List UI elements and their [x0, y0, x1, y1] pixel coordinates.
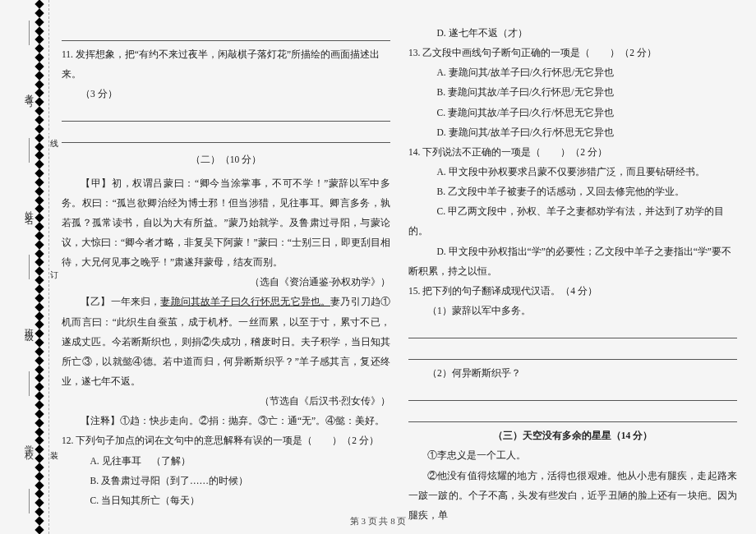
q12-text: 12. 下列句子加点的词在文句中的意思解释有误的一项是（ ）（2 分） — [62, 430, 390, 450]
binding-underline — [29, 255, 30, 279]
passage-jia: 【甲】初，权谓吕蒙曰：“卿今当涂掌事，不可不学！”蒙辞以军中多务。权曰：“孤岂欲… — [62, 173, 390, 273]
q15-text: 15. 把下列的句子翻译成现代汉语。（4 分） — [408, 281, 737, 301]
q13-option-d: D. 妻跪问其/故羊子曰/久行/怀思无它异也 — [408, 122, 737, 142]
q14-option-a: A. 甲文段中孙权要求吕蒙不仅要涉猎广泛，而且要钻研经书。 — [408, 162, 737, 182]
q13-option-b: B. 妻跪问其故/羊子曰/久行怀思/无它异也 — [408, 82, 737, 102]
passage-yi: 【乙】一年来归，妻跪问其故羊子曰久行怀思无它异也。妻乃引刀趋①机而言曰：“此织生… — [62, 292, 390, 391]
binding-label-xuexiao: 学校 — [23, 438, 35, 448]
q15-sub1: （1）蒙辞以军中多务。 — [408, 301, 737, 320]
q11-score: （3 分） — [62, 84, 390, 104]
fold-line — [48, 0, 49, 534]
q12-option-d: D. 遂七年不返（才） — [408, 23, 737, 43]
fold-marker-zhuang: 装 — [48, 444, 59, 445]
binding-label-xingming: 姓名 — [23, 204, 35, 214]
fold-marker-xian: 线 — [48, 131, 59, 133]
answer-line[interactable] — [62, 104, 390, 122]
passage-yi-source: （节选自《后汉书·烈女传》） — [62, 391, 390, 411]
passage-jia-source: （选自《资治通鉴·孙权劝学》） — [62, 272, 390, 292]
passage-yi-label: 【乙】 — [81, 297, 111, 306]
passage-jia-text: 初，权谓吕蒙曰：“卿今当涂掌事，不可不学！”蒙辞以军中多务。权曰：“孤岂欲卿治经… — [62, 178, 390, 268]
q14-text: 14. 下列说法不正确的一项是（ ）（2 分） — [408, 142, 737, 162]
q12-option-a: A. 见往事耳 （了解） — [62, 451, 390, 471]
section-3-title: （三）天空没有多余的星星（14 分） — [408, 426, 737, 445]
q13-option-a: A. 妻跪问其/故羊子曰/久行怀思/无它异也 — [408, 62, 737, 82]
diamond-border — [36, 0, 49, 534]
answer-line[interactable] — [408, 342, 737, 360]
right-column: D. 遂七年不返（才） 13. 乙文段中画线句子断句正确的一项是（ ）（2 分）… — [408, 23, 737, 525]
q14-option-b: B. 乙文段中羊子被妻子的话感动，又回去修完他的学业。 — [408, 182, 737, 201]
answer-line[interactable] — [62, 125, 390, 143]
section-3-title-text: （三）天空没有多余的星星（14 分） — [493, 430, 652, 440]
passage-yi-text2: 妻乃引刀趋①机而言曰：“此织生自蚕茧，成于机杼。一丝而累，以至于寸，累寸不已，遂… — [62, 297, 390, 386]
binding-underline — [29, 138, 30, 163]
left-column: 11. 发挥想象，把“有约不来过夜半，闲敲棋子落灯花”所描绘的画面描述出来。 （… — [62, 23, 390, 525]
q13-option-c: C. 妻跪问其故/羊子曰/久行/怀思无它异也 — [408, 103, 737, 122]
answer-line[interactable] — [408, 383, 737, 401]
answer-line[interactable] — [62, 23, 390, 41]
passage-yi-text1: 一年来归， — [111, 297, 161, 306]
binding-underline — [29, 489, 30, 513]
answer-line[interactable] — [408, 404, 737, 422]
passage-jia-label: 【甲】 — [81, 178, 112, 188]
binding-underline — [29, 21, 30, 45]
notes-text: ①趋：快步走向。②捐：抛弃。③亡：通“无”。④懿：美好。 — [120, 416, 385, 426]
q12-option-c: C. 当日知其所亡（每天） — [62, 490, 390, 510]
notes-line: 【注释】①趋：快步走向。②捐：抛弃。③亡：通“无”。④懿：美好。 — [62, 411, 390, 430]
q14-option-d: D. 甲文段中孙权指出“学”的必要性；乙文段中羊子之妻指出“学”要不断积累，持之… — [408, 242, 737, 281]
section-2-title: （二）（10 分） — [62, 150, 390, 169]
binding-underline — [29, 371, 30, 396]
fold-marker-ding: 订 — [48, 263, 59, 265]
answer-line[interactable] — [408, 320, 737, 338]
binding-label-kaohao: 考号 — [23, 86, 35, 96]
notes-label: 【注释】 — [81, 416, 120, 426]
binding-margin: 考号 姓名 班级 学校 — [21, 0, 37, 534]
binding-label-banji: 班级 — [23, 320, 35, 330]
page-footer: 第 3 页 共 8 页 — [0, 515, 756, 527]
passage-yi-underlined: 妻跪问其故羊子曰久行怀思无它异也。 — [160, 297, 330, 306]
q15-sub2: （2）何异断斯织乎？ — [408, 363, 737, 383]
passage3-para1: ①李忠义是一个工人。 — [408, 445, 737, 465]
q14-option-c: C. 甲乙两文段中，孙权、羊子之妻都劝学有法，并达到了劝学的目的。 — [408, 201, 737, 241]
q13-text: 13. 乙文段中画线句子断句正确的一项是（ ）（2 分） — [408, 43, 737, 62]
q12-option-b: B. 及鲁肃过寻阳（到了……的时候） — [62, 471, 390, 490]
page-content: 11. 发挥想象，把“有约不来过夜半，闲敲棋子落灯花”所描绘的画面描述出来。 （… — [62, 23, 739, 525]
q11-text: 11. 发挥想象，把“有约不来过夜半，闲敲棋子落灯花”所描绘的画面描述出来。 — [62, 44, 390, 84]
